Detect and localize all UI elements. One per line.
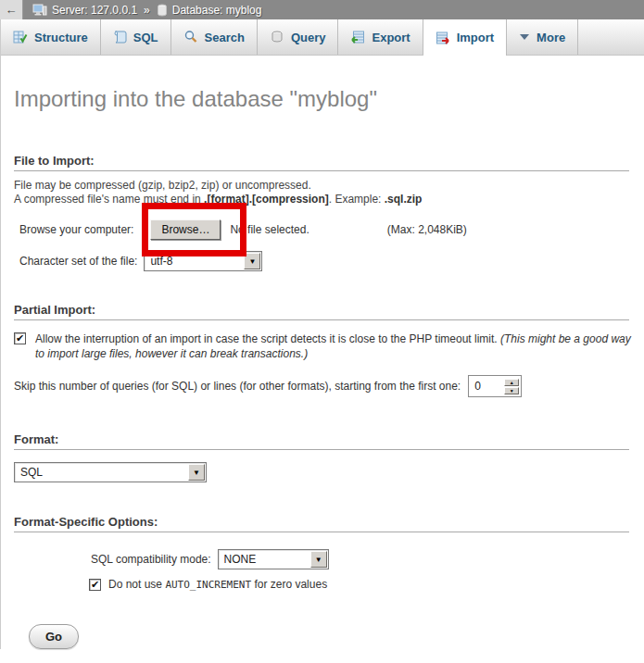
tab-more[interactable]: More (507, 19, 578, 55)
auto-increment-row: Do not use AUTO_INCREMENT for zero value… (14, 578, 631, 591)
tab-label: Import (457, 31, 494, 44)
dropdown-arrow-icon[interactable] (244, 253, 260, 269)
search-icon (183, 30, 198, 44)
naming-rule-mid: . Example: (329, 193, 385, 206)
stepper-down-icon[interactable] (504, 387, 519, 394)
auto-increment-code: AUTO_INCREMENT (165, 579, 251, 591)
breadcrumb-bar: ← Server: 127.0.0.1 » Database: myblog (0, 0, 644, 19)
structure-icon (13, 30, 28, 44)
skip-queries-label: Skip this number of queries (for SQL) or… (14, 380, 461, 393)
format-selected-value: SQL (15, 466, 187, 479)
tab-label: Export (372, 31, 410, 44)
sql-icon (113, 30, 127, 44)
tab-sql[interactable]: SQL (101, 19, 171, 55)
allow-interrupt-text: Allow the interruption of an import in c… (35, 332, 498, 345)
chevron-down-icon (519, 33, 530, 41)
charset-selected-value: utf-8 (145, 255, 243, 268)
auto-increment-label: Do not use AUTO_INCREMENT for zero value… (108, 578, 327, 591)
allow-interrupt-row: Allow the interruption of an import in c… (14, 332, 631, 361)
sql-compatibility-label: SQL compatibility mode: (91, 553, 211, 566)
skip-queries-stepper[interactable]: 0 (468, 375, 522, 397)
import-icon (436, 31, 450, 45)
go-button[interactable]: Go (29, 624, 79, 649)
naming-rule-pattern: .[format].[compression] (204, 193, 329, 206)
tab-label: SQL (133, 31, 158, 44)
tab-label: Query (291, 31, 326, 44)
database-icon (157, 4, 168, 17)
auto-increment-checkbox[interactable] (89, 579, 101, 591)
format-select[interactable]: SQL (14, 462, 207, 482)
max-upload-size: (Max: 2,048KiB) (387, 223, 467, 236)
section-heading-partial-import: Partial Import: (14, 303, 629, 320)
file-upload-row: Browse your computer: Browse… No file se… (14, 219, 631, 241)
tab-structure[interactable]: Structure (1, 19, 101, 55)
auto-increment-suffix: for zero values (251, 578, 327, 591)
breadcrumb-separator: » (144, 4, 150, 17)
section-heading-file-to-import: File to Import: (14, 154, 629, 171)
tab-label: More (537, 31, 565, 44)
naming-rule-line: A compressed file's name must end in .[f… (14, 193, 631, 206)
auto-increment-prefix: Do not use (108, 578, 165, 591)
dropdown-arrow-icon[interactable] (310, 551, 327, 568)
tab-label: Structure (34, 31, 88, 44)
breadcrumb-server[interactable]: Server: 127.0.0.1 (52, 4, 137, 17)
import-page: Importing into the database "myblog" Fil… (1, 86, 644, 649)
skip-queries-value: 0 (469, 380, 504, 393)
compression-notes: File may be compressed (gzip, bzip2, zip… (14, 179, 631, 206)
server-icon (32, 4, 47, 17)
allow-interrupt-checkbox[interactable] (14, 332, 26, 344)
no-file-selected-text: No file selected. (230, 223, 309, 236)
section-heading-format: Format: (14, 432, 629, 450)
tab-query[interactable]: Query (258, 19, 339, 55)
back-button[interactable]: ← (0, 0, 23, 19)
phpmyadmin-window: ← Server: 127.0.0.1 » Database: myblog S… (0, 0, 644, 663)
browse-label: Browse your computer: (19, 223, 133, 236)
breadcrumb-database[interactable]: Database: myblog (172, 4, 262, 17)
naming-rule-prefix: A compressed file's name must end in (14, 193, 204, 206)
allow-interrupt-label: Allow the interruption of an import in c… (35, 332, 631, 361)
page-title: Importing into the database "myblog" (14, 86, 631, 112)
export-icon (350, 30, 365, 44)
browse-button[interactable]: Browse… (150, 219, 221, 240)
page-frame: Structure SQL Search Query Export Import (0, 19, 644, 649)
naming-rule-example: .sql.zip (385, 193, 423, 206)
skip-queries-row: Skip this number of queries (for SQL) or… (14, 375, 631, 397)
sql-compatibility-row: SQL compatibility mode: NONE (14, 548, 631, 570)
tab-label: Search (205, 31, 245, 44)
tab-search[interactable]: Search (171, 19, 258, 55)
compression-line: File may be compressed (gzip, bzip2, zip… (14, 179, 631, 193)
stepper-up-icon[interactable] (504, 379, 519, 386)
dropdown-arrow-icon[interactable] (188, 464, 205, 481)
tab-bar: Structure SQL Search Query Export Import (1, 19, 644, 56)
sql-compatibility-value: NONE (219, 553, 309, 566)
charset-select[interactable]: utf-8 (144, 251, 262, 271)
charset-label: Character set of the file: (19, 255, 137, 268)
section-heading-format-options: Format-Specific Options: (14, 515, 629, 532)
stepper-buttons (504, 379, 519, 394)
charset-row: Character set of the file: utf-8 (14, 251, 631, 271)
breadcrumb: Server: 127.0.0.1 » Database: myblog (32, 4, 261, 17)
sql-compatibility-select[interactable]: NONE (218, 549, 329, 569)
tab-import[interactable]: Import (423, 19, 507, 56)
tab-export[interactable]: Export (338, 19, 423, 55)
query-icon (270, 30, 284, 44)
